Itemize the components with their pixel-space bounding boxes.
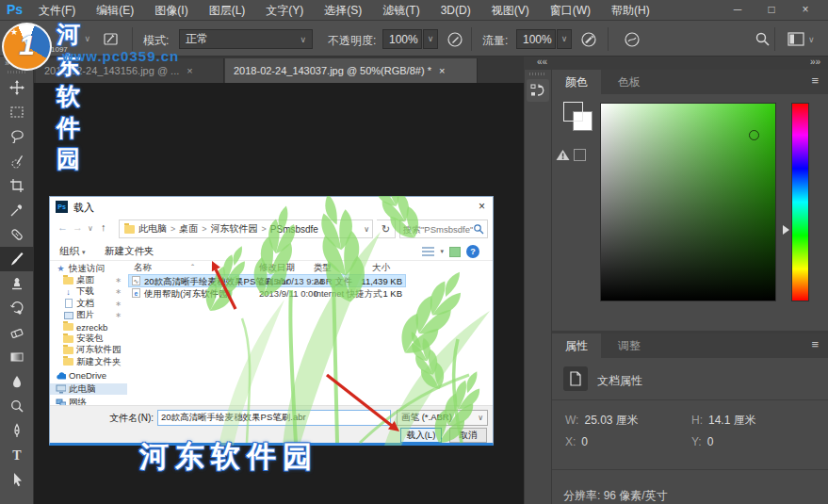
- opacity-dropdown[interactable]: ∨: [423, 29, 438, 49]
- brush-tool[interactable]: [0, 247, 34, 271]
- blur-tool[interactable]: [0, 369, 34, 394]
- sidebar-item-pictures[interactable]: 图片∗: [50, 310, 127, 321]
- tab-color[interactable]: 颜色: [552, 70, 601, 94]
- up-icon[interactable]: ↑: [101, 221, 106, 233]
- menu-edit[interactable]: 编辑(E): [86, 3, 144, 19]
- hue-slider[interactable]: [791, 103, 809, 301]
- panel-menu-icon[interactable]: ≡: [811, 337, 819, 351]
- gradient-tool[interactable]: [0, 345, 34, 369]
- move-tool[interactable]: [0, 75, 34, 100]
- document-tab-inactive[interactable]: 2018-02-24_143156.jpg @ ... ×: [36, 58, 224, 83]
- gamut-color-swatch[interactable]: [574, 149, 586, 161]
- menu-image[interactable]: 图像(I): [144, 3, 198, 19]
- mode-select[interactable]: 正常 ∨: [179, 29, 313, 49]
- breadcrumb-hedong[interactable]: 河东软件园: [211, 222, 258, 236]
- dodge-tool[interactable]: [0, 394, 34, 418]
- breadcrumb-desktop[interactable]: 桌面: [179, 222, 198, 236]
- cancel-button[interactable]: 取消: [449, 428, 487, 443]
- column-date[interactable]: 修改日期: [259, 262, 295, 274]
- breadcrumb-psmsbsdfe[interactable]: PSmsbsdfe: [270, 224, 318, 235]
- search-button[interactable]: [750, 27, 774, 51]
- opacity-pressure-toggle[interactable]: [443, 27, 467, 51]
- new-folder-button[interactable]: 新建文件夹: [105, 245, 154, 258]
- brush-panel-toggle[interactable]: [98, 27, 122, 51]
- document-properties-button[interactable]: [563, 366, 588, 391]
- menu-filter[interactable]: 滤镜(T): [372, 3, 430, 19]
- search-box[interactable]: [399, 219, 488, 238]
- dialog-close-icon[interactable]: ×: [479, 200, 485, 213]
- sidebar-item-documents[interactable]: 文档∗: [50, 298, 127, 309]
- caret-down-icon[interactable]: ▾: [440, 248, 444, 255]
- filename-input[interactable]: [157, 410, 391, 426]
- gamut-warning-icon[interactable]: [556, 149, 570, 161]
- clone-stamp-tool[interactable]: [0, 271, 34, 296]
- flow-field[interactable]: 100%: [516, 29, 556, 49]
- minimize-button[interactable]: ─: [721, 0, 755, 21]
- menu-view[interactable]: 视图(V): [481, 3, 540, 19]
- forward-icon[interactable]: →: [73, 221, 83, 233]
- rectangular-marquee-tool[interactable]: [0, 100, 34, 124]
- brush-preset-picker[interactable]: 1097 ∨: [49, 24, 92, 54]
- menu-help[interactable]: 帮助(H): [601, 3, 660, 19]
- opacity-field[interactable]: 100%: [382, 29, 422, 49]
- sidebar-item-this-pc[interactable]: 此电脑: [50, 383, 127, 395]
- history-brush-tool[interactable]: [0, 296, 34, 320]
- menu-layer[interactable]: 图层(L): [199, 3, 256, 19]
- filetype-select[interactable]: 画笔 (*.ABR) ∨: [397, 410, 488, 426]
- breadcrumb-this-pc[interactable]: 此电脑: [138, 222, 167, 236]
- menu-select[interactable]: 选择(S): [314, 3, 372, 19]
- file-row-help[interactable]: e 使用帮助(河东软件园) 2013/9/11 0:00 Internet 快捷…: [129, 287, 405, 299]
- smoothing-toggle[interactable]: [620, 27, 644, 51]
- type-tool[interactable]: T: [0, 443, 34, 467]
- document-tab-active[interactable]: 2018-02-24_143037.jpg @ 50%(RGB/8#) * ×: [225, 58, 478, 83]
- tab-swatches[interactable]: 色板: [605, 70, 654, 94]
- search-input[interactable]: [403, 221, 473, 236]
- tab-adjustments[interactable]: 调整: [605, 333, 654, 358]
- menu-file[interactable]: 文件(F): [28, 3, 86, 19]
- pen-tool[interactable]: [0, 418, 34, 443]
- close-icon[interactable]: ×: [187, 65, 192, 76]
- help-button[interactable]: ?: [466, 245, 479, 258]
- sidebar-item-installers[interactable]: 安装包: [50, 333, 127, 344]
- eyedropper-tool[interactable]: [0, 198, 34, 222]
- airbrush-toggle[interactable]: [576, 27, 601, 51]
- tab-properties[interactable]: 属性: [552, 333, 601, 358]
- column-name[interactable]: 名称: [134, 262, 152, 274]
- close-icon[interactable]: ×: [439, 65, 445, 76]
- sidebar-item-onedrive[interactable]: OneDrive: [50, 370, 127, 382]
- list-view-icon[interactable]: [422, 247, 434, 257]
- chevron-down-icon[interactable]: ∨: [88, 224, 93, 233]
- column-size[interactable]: 大小: [372, 262, 390, 274]
- back-icon[interactable]: ←: [57, 221, 68, 233]
- quick-selection-tool[interactable]: [0, 149, 34, 173]
- color-marker[interactable]: [749, 130, 759, 140]
- collapse-right-icon[interactable]: »»: [810, 57, 820, 67]
- menu-window[interactable]: 窗口(W): [540, 3, 601, 19]
- crop-tool[interactable]: [0, 173, 34, 198]
- history-panel-button[interactable]: [527, 79, 549, 102]
- workspace-switcher[interactable]: [784, 27, 808, 51]
- sidebar-item-desktop[interactable]: 桌面∗: [50, 274, 127, 285]
- double-chevron-icon[interactable]: »: [0, 57, 33, 68]
- sidebar-item-hedong[interactable]: 河东软件园: [50, 345, 127, 356]
- path-selection-tool[interactable]: [0, 467, 34, 492]
- refresh-button[interactable]: ↻: [377, 219, 396, 238]
- sidebar-item-ezreckb[interactable]: ezreckb: [50, 321, 127, 333]
- chevron-down-icon[interactable]: ∨: [808, 35, 815, 44]
- spot-healing-brush-tool[interactable]: [0, 222, 34, 247]
- preview-pane-icon[interactable]: [449, 247, 461, 257]
- close-button[interactable]: ×: [788, 0, 822, 21]
- sidebar-item-new-folder[interactable]: 新建文件夹: [50, 356, 127, 367]
- dialog-titlebar[interactable]: Ps 载入 ×: [50, 197, 493, 217]
- lasso-tool[interactable]: [0, 124, 34, 149]
- breadcrumb[interactable]: 此电脑 > 桌面 > 河东软件园 > PSmsbsdfe ∨: [119, 219, 373, 238]
- panel-grip[interactable]: [8, 71, 25, 73]
- hue-slider-marker[interactable]: [783, 225, 789, 235]
- collapse-left-icon[interactable]: ««: [537, 57, 547, 67]
- menu-3d[interactable]: 3D(D): [430, 4, 481, 17]
- file-row-abr[interactable]: ∿ 20款高清晰手绘麦穗效果PS笔刷.abr 2015/10/13 9:24 A…: [129, 275, 405, 286]
- sidebar-item-quick-access[interactable]: ★快速访问: [50, 263, 127, 274]
- menu-type[interactable]: 文字(Y): [255, 3, 314, 19]
- organize-button[interactable]: 组织 ▾: [59, 245, 85, 258]
- foreground-color-swatch[interactable]: [563, 102, 583, 122]
